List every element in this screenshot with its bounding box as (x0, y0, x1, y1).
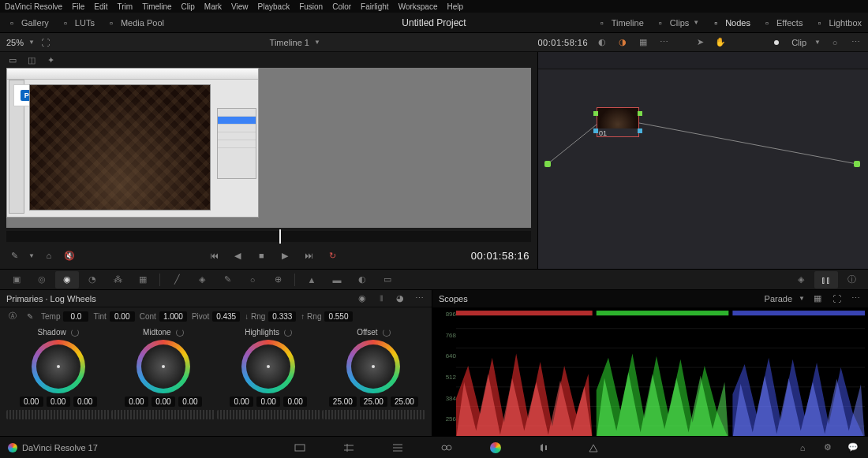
wheel-value[interactable]: 25.00 (391, 397, 418, 407)
sizing-icon[interactable]: ▭ (376, 271, 399, 289)
node-alpha-in-port[interactable] (593, 128, 598, 133)
menu-fairlight[interactable]: Fairlight (361, 2, 389, 11)
pointer-icon[interactable]: ➤ (694, 36, 706, 49)
play-icon[interactable]: ▶ (279, 249, 291, 262)
menu-timeline[interactable]: Timeline (142, 2, 171, 11)
wheel-value[interactable]: 0.00 (178, 397, 202, 407)
scope-layout-icon[interactable]: ▦ (811, 292, 824, 305)
expand-icon[interactable]: ⛶ (39, 36, 52, 49)
wheel-value[interactable]: 0.00 (125, 397, 148, 407)
wheel-value[interactable]: 0.00 (20, 397, 43, 407)
wheel-value[interactable]: 0.00 (47, 397, 70, 407)
menu-file[interactable]: File (72, 2, 84, 11)
menu-clip[interactable]: Clip (181, 2, 195, 11)
low-range-value[interactable]: 0.333 (268, 311, 296, 322)
fusion-page-icon[interactable] (440, 441, 454, 455)
scope-mode[interactable]: Parade (765, 294, 792, 303)
menu-trim[interactable]: Trim (118, 2, 133, 11)
more-icon[interactable]: ⋯ (657, 36, 670, 49)
wheel-value[interactable]: 0.00 (283, 397, 307, 407)
scopes-icon[interactable]: ⫿⫿ (814, 271, 838, 289)
more-icon[interactable]: ⋯ (849, 292, 862, 305)
reset-icon[interactable] (176, 329, 184, 337)
grid-icon[interactable]: ▦ (637, 36, 649, 49)
loop-icon[interactable]: ↻ (326, 249, 339, 262)
chevron-down-icon[interactable]: ▼ (28, 39, 35, 46)
zoom-level[interactable]: 25% (6, 38, 24, 47)
tracker-icon[interactable]: ⊕ (266, 271, 290, 289)
shadow-wheel[interactable] (32, 340, 85, 393)
view-mode-icon[interactable]: ▭ (6, 54, 19, 66)
render-cache-icon[interactable]: ◐ (596, 36, 608, 49)
pivot-value[interactable]: 0.435 (212, 311, 240, 322)
tint-value[interactable]: 0.00 (110, 311, 135, 322)
high-range-value[interactable]: 0.550 (324, 311, 352, 322)
clip-label[interactable]: Clip (791, 38, 806, 47)
wheel-indicator[interactable] (57, 365, 60, 368)
timecode-display[interactable]: 00:01:58:16 (538, 38, 589, 47)
menu-edit[interactable]: Edit (94, 2, 107, 11)
reset-icon[interactable] (383, 329, 391, 337)
viewer-canvas[interactable]: PSD (6, 68, 531, 228)
scrubber[interactable] (6, 231, 531, 242)
midtone-wheel[interactable] (137, 340, 190, 393)
step-back-icon[interactable]: ◀ (231, 249, 244, 262)
stop-icon[interactable]: ■ (255, 249, 268, 262)
more-icon[interactable]: ⋯ (413, 292, 425, 305)
wheel-indicator[interactable] (267, 365, 270, 368)
menu-view[interactable]: View (231, 2, 249, 11)
wheel-value[interactable]: 25.00 (329, 397, 357, 407)
playhead[interactable] (279, 229, 281, 244)
mute-icon[interactable]: 🔇 (63, 249, 76, 262)
nodes-button[interactable]: ▫Nodes (710, 17, 750, 28)
color-match-icon[interactable]: ◎ (30, 271, 54, 289)
media-pool-button[interactable]: ▫Media Pool (106, 17, 164, 28)
log-mode-icon[interactable]: ◕ (394, 292, 406, 305)
fairlight-page-icon[interactable] (537, 441, 552, 455)
next-clip-icon[interactable]: ⏭ (302, 249, 315, 262)
highlights-wheel[interactable] (241, 340, 295, 393)
color-page-icon[interactable] (488, 441, 503, 455)
offset-wheel[interactable] (346, 340, 400, 393)
blur-icon[interactable]: ▬ (325, 271, 349, 289)
graph-input-port[interactable] (544, 161, 551, 167)
split-icon[interactable]: ◫ (25, 54, 38, 66)
luts-button[interactable]: ▫LUTs (60, 17, 95, 28)
menu-fusion[interactable]: Fusion (299, 2, 323, 11)
deliver-page-icon[interactable] (586, 441, 600, 455)
corrector-node-01[interactable]: 01 (597, 107, 639, 137)
wheel-indicator[interactable] (372, 365, 375, 368)
key-icon[interactable]: ◐ (350, 271, 374, 289)
chevron-down-icon[interactable]: ▼ (799, 295, 805, 302)
jog-wheel[interactable] (322, 410, 425, 419)
chevron-down-icon[interactable]: ▼ (314, 39, 320, 46)
chevron-down-icon[interactable]: ▼ (28, 252, 35, 259)
wheel-indicator[interactable] (162, 365, 165, 368)
bypass-icon[interactable]: ◑ (616, 36, 629, 49)
prev-clip-icon[interactable]: ⏮ (208, 249, 220, 262)
warper-icon[interactable]: ◈ (190, 271, 214, 289)
media-page-icon[interactable] (293, 441, 307, 455)
eyedropper-icon[interactable]: ✎ (8, 249, 21, 262)
home-icon[interactable]: ⌂ (795, 441, 810, 455)
wheel-value[interactable]: 0.00 (230, 397, 253, 407)
scope-expand-icon[interactable]: ⛶ (830, 292, 843, 305)
jog-wheel[interactable] (217, 410, 320, 419)
window-icon[interactable]: ○ (241, 271, 264, 289)
transport-timecode[interactable]: 00:01:58:16 (471, 250, 529, 262)
wheel-mode-icon[interactable]: ◉ (356, 292, 369, 305)
effects-button[interactable]: ▫Effects (761, 17, 803, 28)
wheel-value[interactable]: 0.00 (73, 397, 97, 407)
auto-icon[interactable]: Ⓐ (6, 310, 19, 322)
chat-icon[interactable]: 💬 (846, 441, 860, 455)
info-icon[interactable]: ⓘ (840, 271, 863, 289)
highlight-icon[interactable]: ✦ (44, 54, 57, 66)
menu-mark[interactable]: Mark (204, 2, 222, 11)
more-icon[interactable]: ⋯ (849, 36, 862, 49)
menu-help[interactable]: Help (447, 2, 463, 11)
hdr-icon[interactable]: ◔ (80, 271, 104, 289)
node-graph[interactable]: 01 (538, 69, 868, 269)
reset-icon[interactable] (71, 329, 79, 337)
circle-icon[interactable]: ○ (829, 36, 841, 49)
menu-davinci-resolve[interactable]: DaVinci Resolve (5, 2, 62, 11)
